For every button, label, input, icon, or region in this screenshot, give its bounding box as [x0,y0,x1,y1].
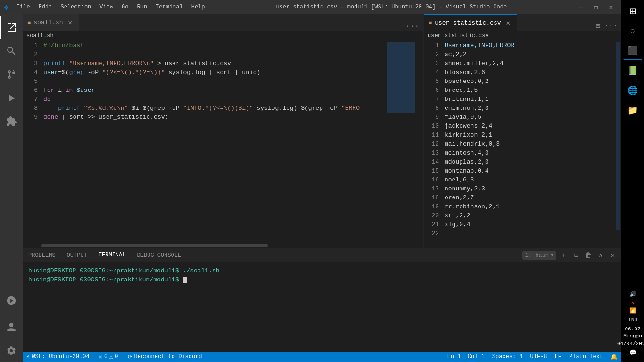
taskbar-vscode-icon[interactable]: ⬛ [623,41,642,60]
split-terminal-button[interactable]: ⊟ [571,251,581,260]
taskbar-folder-icon[interactable]: 📁 [623,101,642,120]
add-terminal-button[interactable]: + [559,251,569,260]
menu-help[interactable]: Help [188,3,209,11]
menu-edit[interactable]: Edit [35,3,56,11]
minimize-button[interactable]: ─ [574,2,587,12]
taskbar-date: 04/04/2021 [617,340,644,347]
title-bar: ❖ File Edit Selection View Go Run Termin… [0,0,621,14]
code-line-8: printf "%s,%d,%d\n" $i $(grep -cP "INFO.… [43,104,383,113]
taskbar-wifi-icon[interactable]: 📶 [629,307,636,314]
status-wsl[interactable]: ⚡ WSL: Ubuntu-20.04 [23,352,93,362]
menu-terminal[interactable]: Terminal [152,3,187,11]
left-editor-pane: ≡ soal1.sh ✕ ··· soal1.sh [23,14,423,248]
csv-line-3: ahmed.miller,2,4 [445,59,613,68]
menu-bar[interactable]: File Edit Selection View Go Run Terminal… [13,3,209,11]
tab-problems[interactable]: PROBLEMS [23,248,61,262]
activity-source-control-icon[interactable] [0,63,23,86]
csv-line-14: mdouglas,2,3 [445,157,613,166]
csv-line-4: blossom,2,6 [445,68,613,77]
activity-extensions-icon[interactable] [0,110,23,133]
error-icon: ✕ [99,354,102,361]
spaces-label: Spaces: 4 [492,354,523,360]
right-tab-bar: ≡ user_statistic.csv ✕ ⊟ ··· [424,14,621,31]
csv-line-11: kirknixon,2,1 [445,131,613,140]
activity-explorer-icon[interactable] [0,16,23,39]
code-line-2 [43,50,383,59]
bash-selector[interactable]: 1: bash ▼ [522,251,556,260]
activity-run-debug-icon[interactable] [0,87,23,109]
status-bar: ⚡ WSL: Ubuntu-20.04 ✕ 0 ⚠ 0 ⟳ Reconnect … [23,352,621,362]
right-breadcrumb: user_statistic.csv [428,33,489,39]
status-discord[interactable]: ⟳ Reconnect to Discord [124,352,206,362]
right-line-numbers: 12345678910111213141516171819202122 [424,41,443,248]
right-editor-pane: ≡ user_statistic.csv ✕ ⊟ ··· [423,14,621,248]
taskbar-speaker-icon[interactable]: 🔊 [629,291,636,298]
csv-line-18: oren,2,7 [445,193,613,202]
csv-line-5: bpacheco,0,2 [445,77,613,86]
menu-file[interactable]: File [13,3,34,11]
taskbar-edge-icon[interactable]: 🌐 [623,81,642,100]
left-code-content[interactable]: #!/bin/bash printf "Username,INFO,ERROR\… [41,41,385,243]
terminal-content[interactable]: husin@DESKTOP-030CSFG:~/praktikum/modul1… [23,263,621,352]
language-label: Plain Text [569,354,603,360]
tab-output[interactable]: OUTPUT [61,248,93,262]
tab-file-icon: ≡ [27,19,31,26]
menu-view[interactable]: View [96,3,117,11]
editor-more-button[interactable]: ··· [402,22,423,31]
csv-line-22 [445,229,613,238]
activity-settings-icon[interactable] [0,339,23,362]
remote-icon: ⚡ [26,354,30,361]
menu-go[interactable]: Go [118,3,132,11]
right-code-editor[interactable]: 12345678910111213141516171819202122 User… [424,41,621,248]
window-controls[interactable]: ─ ☐ ✕ [574,2,618,12]
maximize-button[interactable]: ☐ [589,2,603,12]
tab-terminal[interactable]: TERMINAL [93,248,132,262]
close-button[interactable]: ✕ [604,2,618,12]
csv-line-12: mai.hendrix,0,3 [445,140,613,148]
window-title: user_statistic.csv - modul1 [WSL: Ubuntu… [209,4,574,10]
csv-line-15: montanap,0,4 [445,166,613,175]
taskbar-network-icon[interactable]: ✕ [631,300,634,305]
activity-search-icon[interactable] [0,40,23,62]
right-code-content[interactable]: Username,INFO,ERRORac,2,2ahmed.miller,2,… [443,41,615,248]
csv-more-icon[interactable]: ··· [604,22,618,30]
panel-maximize-button[interactable]: ∧ [596,251,605,260]
status-position[interactable]: Ln 1, Col 1 [444,352,488,362]
status-language[interactable]: Plain Text [565,352,607,362]
panel-close-button[interactable]: ✕ [608,251,618,260]
tab-filename: soal1.sh [33,19,63,26]
taskbar-search-button[interactable]: ○ [623,22,642,41]
menu-selection[interactable]: Selection [57,3,95,11]
status-spaces[interactable]: Spaces: 4 [488,352,527,362]
csv-tab-filename: user_statistic.csv [435,19,501,26]
panel-controls[interactable]: 1: bash ▼ + ⊟ 🗑 ∧ ✕ [519,251,621,260]
csv-line-21: xlg,0,4 [445,220,613,229]
split-editor-icon[interactable]: ⊟ [596,21,601,31]
activity-account-icon[interactable] [0,316,23,338]
csv-tab-actions[interactable]: ⊟ ··· [592,21,621,31]
csv-line-10: jackowens,2,4 [445,122,613,131]
taskbar-start-button[interactable]: ⊞ [623,2,642,21]
position-label: Ln 1, Col 1 [447,354,485,360]
error-count: 0 [104,354,107,360]
menu-run[interactable]: Run [133,3,151,11]
activity-remote-icon[interactable] [0,290,23,313]
tab-close-button[interactable]: ✕ [66,18,74,27]
tab-soal1-sh[interactable]: ≡ soal1.sh ✕ [23,14,80,31]
status-errors[interactable]: ✕ 0 ⚠ 0 [95,352,122,362]
csv-tab-close-button[interactable]: ✕ [504,18,512,27]
tab-user-statistic-csv[interactable]: ≡ user_statistic.csv ✕ [424,14,517,31]
code-line-3: printf "Username,INFO,ERROR\n" > user_st… [43,59,383,68]
warning-icon: ⚠ [109,354,113,361]
taskbar-line-icon[interactable]: 📗 [623,61,642,80]
status-eol[interactable]: LF [551,352,565,362]
csv-line-16: noel,6,3 [445,175,613,184]
left-code-editor[interactable]: 1 2 3 4 5 6 7 8 9 #!/bin/b [23,41,423,243]
terminal-cursor [183,277,187,283]
terminal-line-2: husin@DESKTOP-030CSFG:~/praktikum/modul1… [28,275,616,284]
status-encoding[interactable]: UTF-8 [527,352,551,362]
kill-terminal-button[interactable]: 🗑 [584,251,593,260]
taskbar-notification-icon[interactable]: 💬 [629,349,636,356]
csv-line-9: flavia,0,5 [445,113,613,122]
tab-debug-console[interactable]: DEBUG CONSOLE [131,248,187,262]
